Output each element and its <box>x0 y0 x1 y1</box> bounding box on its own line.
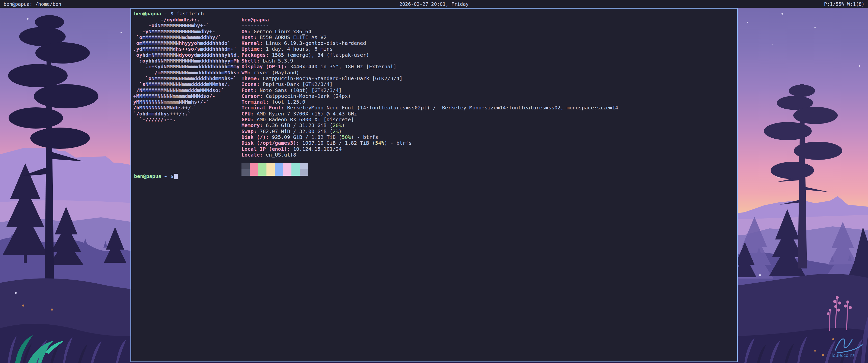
info-label: Display (DP-1): <box>242 64 287 70</box>
ascii-art-segment: oy <box>133 52 142 58</box>
fastfetch-info: ben@papua --------- OS: Gentoo Linux x86… <box>242 17 618 158</box>
ascii-art-segment: MMMMMMNNNNNmmmmdmNMNdso <box>139 93 209 99</box>
ascii-art-segment: yM <box>133 99 139 105</box>
palette-swatch <box>267 169 275 176</box>
ascii-art-segment: MMMMMMMMMMMN <box>142 40 179 46</box>
info-label: Uptime: <box>242 46 263 52</box>
info-value: Catppuccin-Mocha-Dark (24px) <box>266 93 351 99</box>
info-value: 782.07 MiB / 32.00 GiB ( <box>260 128 333 134</box>
status-clock: 2026-02-27 20:01, Friday <box>290 1 577 7</box>
ascii-art-segment: .y <box>133 46 139 52</box>
palette-swatch <box>267 163 275 169</box>
prompt-user: ben@papua <box>134 10 161 16</box>
info-label: Host: <box>242 34 257 40</box>
ascii-art-segment: ` <box>234 46 237 52</box>
ascii-art-segment: +sydNMMMMNNNmmmdddddhhhhhmM <box>151 64 234 70</box>
info-value: 1 day, 4 hours, 6 mins <box>266 46 333 52</box>
ascii-art-segment: -o <box>133 23 154 29</box>
ascii-art-segment: dNMMMMMMMMNNmhy+-` <box>154 23 209 29</box>
info-value: 50% <box>342 134 351 140</box>
info-label: Shell: <box>242 58 260 64</box>
ascii-art-segment: `o <box>133 75 151 81</box>
ascii-art-segment: ohdmmddhys+++/: <box>139 111 185 117</box>
ascii-art-segment: .` <box>185 111 191 117</box>
prompt-dir: ~ <box>164 10 167 16</box>
ascii-art-segment: MMMMMMMMNNNNmmmdddmNMNdso <box>142 87 218 93</box>
fastfetch-ascii-logo: -/oyddmdhs+:. -odNMMMMMMMMNNmhy+-` -yNMM… <box>133 17 240 123</box>
ascii-art-segment: . <box>237 52 240 58</box>
palette-swatch <box>258 163 267 169</box>
info-title: ben@papua <box>242 16 269 23</box>
info-value: Gentoo Linux x86_64 <box>254 29 311 35</box>
info-value: foot 1.25.0 <box>272 99 305 105</box>
info-value: 3440x1440 in 35", 180 Hz [External] <box>290 64 396 70</box>
info-label: Locale: <box>242 152 263 158</box>
ascii-art-segment: dMMMMMMMMMMd <box>139 46 176 52</box>
ascii-art-segment: MNNNNNNNmmmmmNNMmhs+/ <box>139 99 203 105</box>
info-value: 10.124.15.101/24 <box>293 146 342 152</box>
info-label: Swap: <box>242 128 257 134</box>
info-value: Linux 6.19.3-gentoo-dist-hardened <box>266 40 366 46</box>
info-value: bash 5.3.9 <box>263 58 293 64</box>
palette-swatch <box>258 169 267 176</box>
palette-swatch <box>300 169 308 176</box>
info-label: WM: <box>242 70 251 76</box>
ascii-art-segment: /h <box>133 105 139 111</box>
info-label: Cursor: <box>242 93 263 99</box>
info-label: Theme: <box>242 75 260 81</box>
ascii-art-segment: ` <box>227 40 230 46</box>
info-value: Noto Sans (10pt) [GTK2/3/4] <box>260 87 342 93</box>
info-value: 54% <box>375 140 384 146</box>
ascii-art-segment: -` <box>191 105 197 111</box>
info-value: 20% <box>333 122 342 128</box>
shell-prompt-active: ben@papua ~ $ <box>134 173 178 179</box>
info-value: 1585 (emerge), 34 (flatpak-user) <box>272 52 369 58</box>
info-label: Disk (/opt/games3): <box>242 140 299 146</box>
ascii-art-segment: -` <box>203 99 209 105</box>
palette-swatch <box>300 163 308 169</box>
info-value: ) - btrfs <box>384 140 411 146</box>
info-value: AMD Radeon RX 6800 XT [Discrete] <box>257 117 354 123</box>
info-label: GPU: <box>242 117 254 123</box>
ascii-art-segment: my <box>234 64 240 70</box>
palette-swatch <box>250 169 258 176</box>
palette-swatch <box>291 163 300 169</box>
info-label: Kernel: <box>242 40 263 46</box>
palette-swatch <box>283 163 291 169</box>
ascii-art-segment: yhhdNNMMMMMMMNNNmmdddhhhhhyym <box>145 58 234 64</box>
ascii-art-segment: `/ <box>133 111 139 117</box>
info-value: B550 AORUS ELITE AX V2 <box>260 34 327 40</box>
info-value: 2% <box>333 128 339 134</box>
terminal-cursor <box>174 174 178 179</box>
info-value: 6.36 GiB / 31.23 GiB ( <box>266 122 333 128</box>
ascii-art-segment: `-//////:--. <box>133 117 176 123</box>
info-value: BerkeleyMono Nerd Font (14:fontfeatures=… <box>287 105 618 111</box>
signature-text: louie.co.nz <box>832 353 855 358</box>
shell-prompt-line: ben@papua ~ $ fastfetch <box>134 11 204 16</box>
info-value: en_US.utf8 <box>266 152 296 158</box>
ascii-art-segment: . <box>227 81 230 87</box>
ascii-art-segment: `o <box>133 34 142 40</box>
ascii-art-segment: .: <box>133 64 151 70</box>
terminal-window[interactable]: ben@papua ~ $ fastfetch -/oyddmdhs+:. -o… <box>130 8 738 362</box>
palette-row <box>242 163 308 169</box>
prompt-dir: ~ <box>164 173 167 179</box>
info-label: Font: <box>242 87 257 93</box>
ascii-art-segment: Mh <box>234 58 240 64</box>
ascii-art-segment: +M <box>133 93 139 99</box>
info-value: Papirus-Dark [GTK2/3/4] <box>263 81 333 87</box>
status-bar: ben@papua: /home/ben 2026-02-27 20:01, F… <box>0 0 868 8</box>
palette-row <box>242 169 308 176</box>
info-label: CPU: <box>242 111 254 117</box>
palette-swatch <box>250 163 258 169</box>
ascii-art-segment: NMMMMMMMMNNNmmmdddddmNMmhs/ <box>145 81 227 87</box>
palette-swatch <box>283 169 291 176</box>
info-value: river (Wayland) <box>254 70 299 76</box>
info-value: 1007.10 GiB / 1.82 TiB ( <box>302 140 375 146</box>
info-value: AMD Ryzen 7 3700X (16) @ 4.43 GHz <box>257 111 357 117</box>
info-label: Packages: <box>242 52 269 58</box>
ascii-art-segment: -y <box>133 29 148 35</box>
prompt-user: ben@papua <box>134 173 161 179</box>
info-separator: --------- <box>242 23 269 29</box>
ascii-art-segment: mMMMMMMMMMMMNmdmmmmddhhy <box>142 34 215 40</box>
